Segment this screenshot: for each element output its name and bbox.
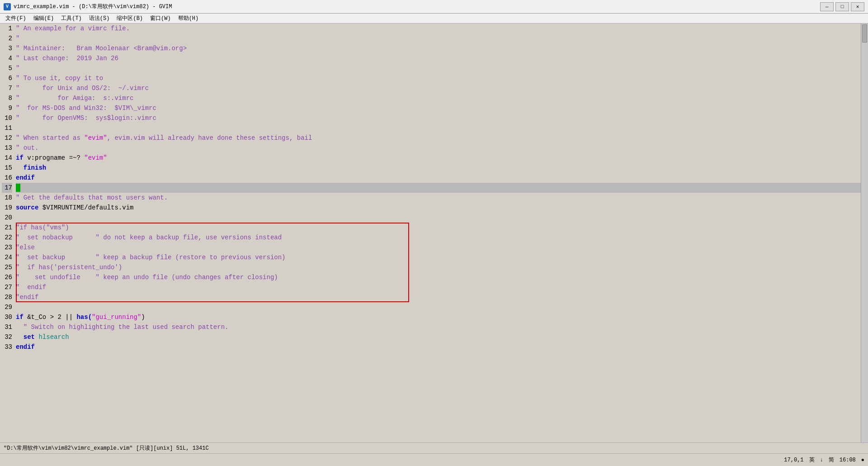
title-bar-controls[interactable]: — □ ✕ xyxy=(820,2,864,11)
line-number: 8 xyxy=(2,93,12,103)
minimize-button[interactable]: — xyxy=(820,2,834,11)
code-line: " set undofile " keep an undo file (undo… xyxy=(16,272,861,282)
code-line: " for MS-DOS and Win32: $VIM\_vimrc xyxy=(16,103,861,113)
code-line xyxy=(16,123,861,133)
maximize-button[interactable]: □ xyxy=(835,2,849,11)
menu-window[interactable]: 窗口(W) xyxy=(146,14,175,23)
menu-bar: 文件(F) 编辑(E) 工具(T) 语法(S) 缩中区(B) 窗口(W) 帮助(… xyxy=(0,14,868,24)
line-number: 12 xyxy=(2,133,12,143)
code-token: set xyxy=(16,332,38,342)
line-number: 6 xyxy=(2,73,12,83)
code-line xyxy=(16,183,861,193)
code-line xyxy=(16,302,861,312)
window-title: vimrc_example.vim - (D:\常用软件\vim\vim82) … xyxy=(14,3,172,10)
code-line: "else xyxy=(16,243,861,252)
editor-area: 1234567891011121314151617181920212223242… xyxy=(0,24,868,453)
code-line: " Maintainer: Bram Moolenaar <Bram@vim.o… xyxy=(16,43,861,53)
code-token: endif xyxy=(16,173,35,183)
code-token: " Maintainer: Bram Moolenaar <Bram@vim.o… xyxy=(16,43,187,53)
code-line: endif xyxy=(16,173,861,183)
code-token: ) xyxy=(141,312,145,322)
code-token: " Switch on highlighting the last used s… xyxy=(16,322,228,332)
code-token: " if has('persistent_undo') xyxy=(16,262,122,272)
ime-icon: ↓ xyxy=(820,457,823,463)
line-number: 4 xyxy=(2,53,12,63)
line-number: 9 xyxy=(2,103,12,113)
code-token: if xyxy=(16,153,27,163)
line-number: 29 xyxy=(2,302,12,312)
line-number: 3 xyxy=(2,43,12,53)
text-cursor xyxy=(16,184,20,192)
menu-buffer[interactable]: 缩中区(B) xyxy=(113,14,146,23)
code-token: " out. xyxy=(16,143,38,153)
line-number: 20 xyxy=(2,213,12,223)
line-number: 28 xyxy=(2,292,12,302)
code-line: " set backup " keep a backup file (resto… xyxy=(16,252,861,262)
ime-en: 英 xyxy=(809,456,815,464)
line-number: 31 xyxy=(2,322,12,332)
code-line: source $VIMRUNTIME/defaults.vim xyxy=(16,203,861,213)
code-line: " Switch on highlighting the last used s… xyxy=(16,322,861,332)
menu-edit[interactable]: 编辑(E) xyxy=(30,14,58,23)
code-line: " out. xyxy=(16,143,861,153)
line-number: 23 xyxy=(2,243,12,252)
code-token: endif xyxy=(16,342,35,352)
line-numbers: 1234567891011121314151617181920212223242… xyxy=(0,24,16,442)
menu-help[interactable]: 帮助(H) xyxy=(175,14,203,23)
line-number: 22 xyxy=(2,233,12,243)
scrollbar[interactable] xyxy=(861,24,868,442)
line-number: 24 xyxy=(2,252,12,262)
code-line: " endif xyxy=(16,282,861,292)
code-token: " for Amiga: s:.vimrc xyxy=(16,93,133,103)
vim-position: 17,0,1 xyxy=(784,457,803,463)
line-number: 21 xyxy=(2,223,12,233)
close-button[interactable]: ✕ xyxy=(851,2,864,11)
code-token: finish xyxy=(16,163,46,173)
line-number: 18 xyxy=(2,193,12,203)
code-token: " set undofile " keep an undo file (undo… xyxy=(16,272,278,282)
code-token: v:progname =~? xyxy=(27,153,84,163)
code-area[interactable]: " An example for a vimrc file."" Maintai… xyxy=(16,24,861,442)
code-token: " set backup " keep a backup file (resto… xyxy=(16,252,286,262)
line-number: 26 xyxy=(2,272,12,282)
code-token: source xyxy=(16,203,42,213)
line-number: 25 xyxy=(2,262,12,272)
ime-simple: 简 xyxy=(829,456,834,464)
code-line: " An example for a vimrc file. xyxy=(16,24,861,33)
menu-tools[interactable]: 工具(T) xyxy=(57,14,85,23)
code-token: " An example for a vimrc file. xyxy=(16,24,130,33)
code-line: " set nobackup " do not keep a backup fi… xyxy=(16,233,861,243)
code-line xyxy=(16,213,861,223)
code-line: " Last change: 2019 Jan 26 xyxy=(16,53,861,63)
code-line: " for OpenVMS: sys$login:.vimrc xyxy=(16,113,861,123)
code-line: if &t_Co > 2 || has("gui_running") xyxy=(16,312,861,322)
code-line: finish xyxy=(16,163,861,173)
status-text: "D:\常用软件\vim\vim82\vimrc_example.vim" [只… xyxy=(4,444,209,452)
line-number: 27 xyxy=(2,282,12,292)
code-token: "endif xyxy=(16,292,38,302)
code-line: " xyxy=(16,63,861,73)
code-token: $VIMRUNTIME/defaults.vim xyxy=(42,203,134,213)
code-token: "else xyxy=(16,243,35,252)
menu-syntax[interactable]: 语法(S) xyxy=(85,14,113,23)
code-token: " for Unix and OS/2: ~/.vimrc xyxy=(16,83,149,93)
menu-file[interactable]: 文件(F) xyxy=(2,14,30,23)
code-token: "if has("vms") xyxy=(16,223,69,233)
title-bar-left: V vimrc_example.vim - (D:\常用软件\vim\vim82… xyxy=(4,3,172,10)
editor-content: 1234567891011121314151617181920212223242… xyxy=(0,24,868,442)
clock: 16:08 xyxy=(840,457,856,463)
code-line: "endif xyxy=(16,292,861,302)
code-token: " Last change: 2019 Jan 26 xyxy=(16,53,118,63)
code-token: &t_Co > 2 || xyxy=(27,312,76,322)
line-number: 30 xyxy=(2,312,12,322)
code-token: if xyxy=(16,312,27,322)
code-line: " xyxy=(16,33,861,43)
code-line: " Get the defaults that most users want. xyxy=(16,193,861,203)
scrollbar-thumb[interactable] xyxy=(862,24,867,43)
code-token: "evim" xyxy=(84,153,107,163)
line-number: 1 xyxy=(2,24,12,33)
code-token: "gui_running" xyxy=(92,312,141,322)
code-token: , evim.vim will already have done these … xyxy=(107,133,312,143)
line-number: 19 xyxy=(2,203,12,213)
code-token: has( xyxy=(76,312,92,322)
